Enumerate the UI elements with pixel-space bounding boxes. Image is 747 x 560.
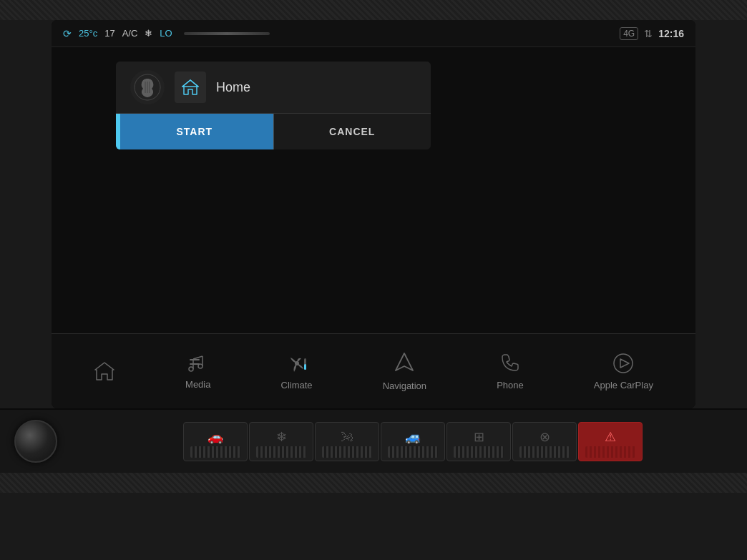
main-content: Home START CANCEL <box>52 47 695 247</box>
dialog-buttons: START CANCEL <box>116 114 431 149</box>
climate-icon <box>285 353 308 374</box>
svg-rect-2 <box>190 359 200 360</box>
dialog-header: Home <box>116 62 431 114</box>
svg-line-8 <box>193 356 202 359</box>
brand-logo <box>130 70 165 104</box>
nav-item-carplay[interactable]: Apple CarPlay <box>580 345 668 398</box>
seat-icon: ⊞ <box>474 429 484 445</box>
ac-label: A/C <box>122 28 138 39</box>
carplay-label: Apple CarPlay <box>594 380 653 390</box>
navigation-label: Navigation <box>383 380 426 391</box>
nav-item-phone[interactable]: Phone <box>482 345 538 398</box>
hw-btn-windshield[interactable]: 🌬 <box>315 422 379 461</box>
network-icon: 4G <box>620 27 638 40</box>
nav-item-home[interactable] <box>79 353 130 389</box>
fan-hw-icon: ❄ <box>276 429 287 445</box>
svg-rect-3 <box>190 363 200 365</box>
hw-btn-hazard[interactable]: ⚠ <box>578 422 643 461</box>
svg-marker-13 <box>620 359 629 368</box>
fan-level: LO <box>160 28 172 39</box>
hw-btn-rear[interactable]: 🚙 <box>381 422 445 461</box>
svg-point-12 <box>614 354 633 373</box>
fan-speed-display: 17 <box>104 28 114 39</box>
phone-label: Phone <box>497 380 524 390</box>
media-label: Media <box>185 379 210 390</box>
nav-item-navigation[interactable]: Navigation <box>368 345 441 398</box>
recirculation-icon: ⟳ <box>63 28 72 39</box>
time-display: 12:16 <box>658 28 684 39</box>
nav-item-media[interactable]: Media <box>171 346 225 397</box>
fan-off-icon: ⊗ <box>540 429 550 445</box>
windshield-icon: 🌬 <box>341 430 353 445</box>
home-dialog: Home START CANCEL <box>116 62 431 149</box>
svg-point-4 <box>189 367 193 371</box>
home-nav-icon <box>94 360 115 382</box>
hw-btn-car-front[interactable]: 🚗 <box>183 422 248 461</box>
media-icon <box>187 353 209 373</box>
cancel-button[interactable]: CANCEL <box>273 114 431 149</box>
hazard-icon: ⚠ <box>605 429 616 445</box>
fan-icon: ❄ <box>145 28 152 39</box>
hw-btn-fan-off[interactable]: ⊗ <box>512 422 577 461</box>
navigation-icon <box>394 352 414 375</box>
nav-item-climate[interactable]: Climate <box>267 345 327 398</box>
home-icon <box>180 77 200 97</box>
phone-icon <box>500 353 520 374</box>
source-indicator <box>184 32 270 35</box>
content-spacer <box>52 247 695 333</box>
dial-knob[interactable] <box>14 420 57 463</box>
svg-marker-1 <box>182 80 198 87</box>
hw-btn-fan[interactable]: ❄ <box>249 422 313 461</box>
location-icon: ⇅ <box>644 28 653 39</box>
svg-rect-11 <box>304 364 306 370</box>
nav-bar: Media Climate <box>52 333 695 408</box>
climate-label: Climate <box>281 380 313 390</box>
dialog-title: Home <box>216 80 250 95</box>
home-icon-container <box>175 72 206 103</box>
car-front-icon: 🚗 <box>208 429 223 445</box>
rear-icon: 🚙 <box>405 429 421 445</box>
start-button[interactable]: START <box>116 114 273 149</box>
carplay-icon <box>612 353 635 374</box>
status-bar: ⟳ 25°c 17 A/C ❄ LO 4G ⇅ 12:16 <box>52 20 695 47</box>
temperature-display: 25°c <box>79 28 97 39</box>
svg-point-5 <box>198 364 202 368</box>
hardware-buttons: 🚗 ❄ 🌬 🚙 ⊞ ⊗ ⚠ <box>79 422 747 461</box>
hw-btn-seat[interactable]: ⊞ <box>446 422 511 461</box>
physical-controls: 🚗 ❄ 🌬 🚙 ⊞ ⊗ ⚠ <box>0 408 747 473</box>
